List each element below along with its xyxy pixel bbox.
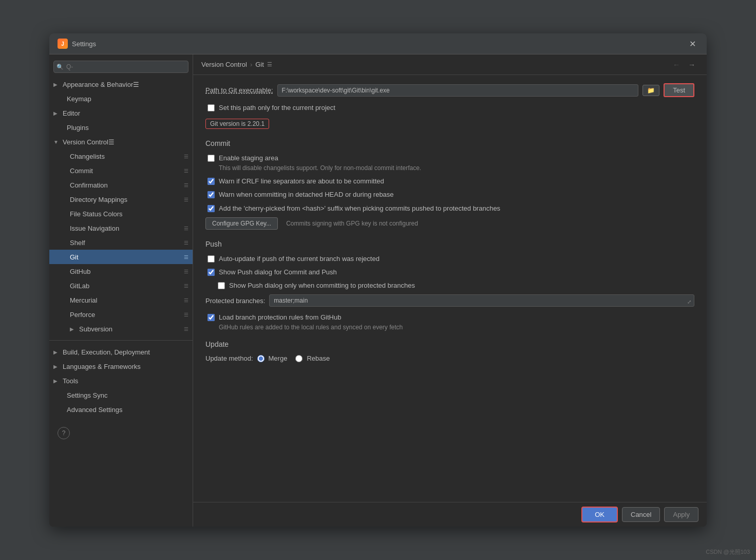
git-path-input[interactable] bbox=[277, 84, 639, 97]
sidebar-item-label: Tools bbox=[63, 377, 78, 385]
sidebar-item-label: Editor bbox=[63, 109, 80, 117]
settings-icon: ☰ bbox=[184, 283, 188, 289]
sidebar-item-label: Plugins bbox=[67, 124, 89, 132]
sidebar-item-subversion[interactable]: ▶ Subversion ☰ bbox=[49, 322, 193, 336]
enable-staging-label[interactable]: Enable staging area This will disable ch… bbox=[219, 154, 421, 173]
warn-detached-label[interactable]: Warn when committing in detached HEAD or… bbox=[219, 190, 394, 199]
sidebar-item-advanced-settings[interactable]: Advanced Settings bbox=[49, 402, 193, 417]
sidebar-item-label: Settings Sync bbox=[67, 391, 108, 399]
sidebar-item-changelists[interactable]: Changelists ☰ bbox=[49, 149, 193, 163]
settings-dialog: J Settings ✕ 🔍 ▶ Appearance & Behavior ☰… bbox=[49, 33, 707, 527]
search-input[interactable] bbox=[53, 61, 188, 73]
cherry-pick-label[interactable]: Add the 'cherry-picked from <hash>' suff… bbox=[219, 204, 500, 213]
sidebar-item-version-control[interactable]: ▼ Version Control ☰ bbox=[49, 135, 193, 149]
sidebar-item-issue-navigation[interactable]: Issue Navigation ☰ bbox=[49, 221, 193, 235]
protected-input-wrapper: ⤢ bbox=[269, 294, 694, 307]
sidebar-item-git[interactable]: Git ☰ bbox=[49, 250, 193, 264]
sidebar-item-label: Git bbox=[70, 253, 79, 261]
warn-detached-checkbox[interactable] bbox=[207, 191, 215, 198]
merge-radio[interactable] bbox=[257, 355, 264, 362]
test-button[interactable]: Test bbox=[664, 83, 694, 97]
warn-crlf-label[interactable]: Warn if CRLF line separators are about t… bbox=[219, 177, 384, 186]
dialog-content: 🔍 ▶ Appearance & Behavior ☰ Keymap ▶ Edi… bbox=[49, 54, 707, 527]
settings-icon: ☰ bbox=[184, 154, 188, 159]
gpg-row: Configure GPG Key... Commits signing wit… bbox=[205, 217, 694, 230]
set-path-row: Set this path only for the current proje… bbox=[205, 103, 694, 113]
push-section-title: Push bbox=[205, 240, 694, 248]
sidebar-item-label: Appearance & Behavior bbox=[63, 81, 133, 88]
load-rules-checkbox[interactable] bbox=[207, 314, 215, 321]
sidebar-item-label: GitLab bbox=[70, 282, 89, 290]
apply-button[interactable]: Apply bbox=[664, 507, 698, 522]
arrow-icon: ▼ bbox=[53, 139, 61, 145]
sidebar-item-label: Version Control bbox=[63, 138, 108, 146]
sidebar-item-editor[interactable]: ▶ Editor bbox=[49, 106, 193, 120]
sidebar-item-file-status-colors[interactable]: File Status Colors bbox=[49, 207, 193, 221]
sidebar-item-label: File Status Colors bbox=[70, 210, 123, 218]
arrow-icon: ▶ bbox=[53, 364, 61, 369]
dialog-footer: OK Cancel Apply bbox=[193, 502, 707, 527]
expand-icon: ⤢ bbox=[687, 299, 691, 305]
arrow-icon: ▶ bbox=[53, 82, 61, 87]
sidebar-item-shelf[interactable]: Shelf ☰ bbox=[49, 235, 193, 250]
configure-gpg-button[interactable]: Configure GPG Key... bbox=[205, 217, 278, 230]
path-row: Path to Git executable: 📁 Test bbox=[205, 83, 694, 97]
arrow-icon: ▶ bbox=[53, 378, 61, 384]
show-push-dialog-label[interactable]: Show Push dialog for Commit and Push bbox=[219, 268, 337, 277]
sidebar-item-settings-sync[interactable]: Settings Sync bbox=[49, 388, 193, 402]
arrow-icon: ▶ bbox=[70, 326, 77, 332]
sidebar-item-tools[interactable]: ▶ Tools bbox=[49, 374, 193, 388]
settings-icon: ☰ bbox=[184, 226, 188, 231]
settings-icon: ☰ bbox=[184, 197, 188, 202]
sidebar-item-label: Shelf bbox=[70, 239, 85, 247]
settings-icon: ☰ bbox=[184, 168, 188, 174]
show-push-protected-checkbox[interactable] bbox=[218, 282, 225, 289]
settings-icon: ☰ bbox=[133, 81, 139, 88]
sidebar-item-github[interactable]: GitHub ☰ bbox=[49, 264, 193, 278]
help-button[interactable]: ? bbox=[58, 427, 70, 439]
settings-icon: ☰ bbox=[108, 138, 115, 146]
rebase-radio[interactable] bbox=[295, 355, 303, 362]
forward-button[interactable]: → bbox=[685, 60, 698, 70]
show-push-dialog-checkbox[interactable] bbox=[207, 269, 215, 276]
sidebar-item-directory-mappings[interactable]: Directory Mappings ☰ bbox=[49, 192, 193, 207]
merge-label[interactable]: Merge bbox=[269, 354, 288, 362]
browse-button[interactable]: 📁 bbox=[642, 85, 659, 96]
show-push-protected-label[interactable]: Show Push dialog only when committing to… bbox=[229, 281, 415, 290]
settings-icon: ☰ bbox=[184, 297, 188, 303]
sidebar-item-mercurial[interactable]: Mercurial ☰ bbox=[49, 293, 193, 307]
protected-branches-label: Protected branches: bbox=[205, 297, 265, 305]
sidebar-item-build-execution[interactable]: ▶ Build, Execution, Deployment bbox=[49, 345, 193, 359]
rebase-label[interactable]: Rebase bbox=[307, 354, 330, 362]
sidebar-item-appearance[interactable]: ▶ Appearance & Behavior ☰ bbox=[49, 77, 193, 91]
sidebar-item-label: Subversion bbox=[79, 325, 112, 333]
sidebar-item-label: Commit bbox=[70, 167, 93, 175]
set-path-checkbox[interactable] bbox=[207, 104, 215, 111]
sidebar-item-plugins[interactable]: Plugins bbox=[49, 120, 193, 135]
load-rules-label[interactable]: Load branch protection rules from GitHub… bbox=[219, 313, 403, 332]
set-path-label[interactable]: Set this path only for the current proje… bbox=[219, 103, 335, 113]
sidebar-item-label: Changelists bbox=[70, 153, 105, 160]
auto-update-checkbox[interactable] bbox=[207, 255, 215, 263]
enable-staging-checkbox[interactable] bbox=[207, 155, 215, 162]
search-box: 🔍 bbox=[53, 61, 188, 73]
auto-update-label[interactable]: Auto-update if push of the current branc… bbox=[219, 254, 380, 264]
sidebar-item-perforce[interactable]: Perforce ☰ bbox=[49, 307, 193, 322]
sidebar-item-commit[interactable]: Commit ☰ bbox=[49, 163, 193, 178]
git-settings-content: Path to Git executable: 📁 Test Set this … bbox=[193, 75, 707, 502]
sidebar-item-confirmation[interactable]: Confirmation ☰ bbox=[49, 178, 193, 192]
breadcrumb-part1: Version Control bbox=[201, 61, 247, 68]
back-button[interactable]: ← bbox=[670, 60, 683, 70]
cherry-pick-checkbox[interactable] bbox=[207, 205, 215, 212]
sidebar-item-gitlab[interactable]: GitLab ☰ bbox=[49, 278, 193, 293]
sidebar-item-keymap[interactable]: Keymap bbox=[49, 91, 193, 106]
breadcrumb-menu-icon[interactable]: ☰ bbox=[267, 61, 272, 68]
dialog-title: Settings bbox=[72, 40, 686, 48]
warn-crlf-checkbox[interactable] bbox=[207, 178, 215, 185]
ok-button[interactable]: OK bbox=[581, 507, 618, 522]
load-rules-row: Load branch protection rules from GitHub… bbox=[205, 313, 694, 332]
protected-branches-input[interactable] bbox=[269, 294, 694, 307]
close-button[interactable]: ✕ bbox=[686, 38, 698, 50]
cancel-button[interactable]: Cancel bbox=[622, 507, 660, 522]
sidebar-item-languages-frameworks[interactable]: ▶ Languages & Frameworks bbox=[49, 359, 193, 374]
